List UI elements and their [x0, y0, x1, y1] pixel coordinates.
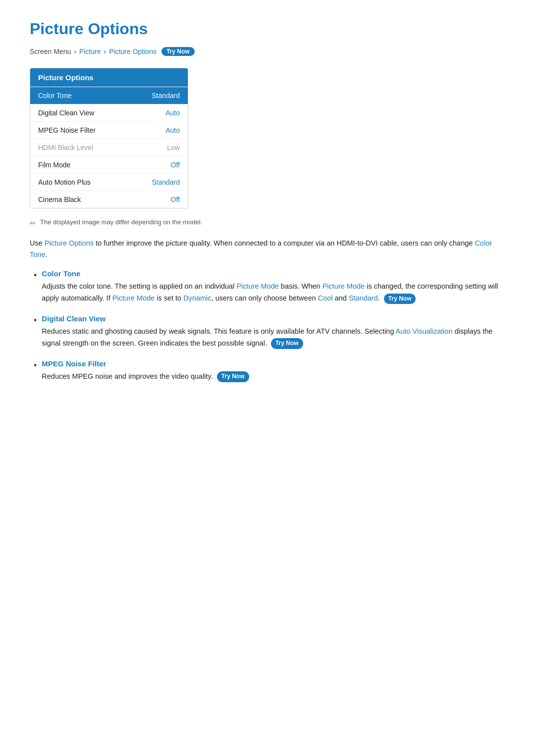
body-link[interactable]: Picture Mode [322, 282, 365, 290]
sections-list: •Color ToneAdjusts the color tone. The s… [34, 269, 505, 383]
intro-text-before-link1: Use [30, 239, 45, 247]
menu-row-value: Standard [152, 92, 180, 100]
menu-row-label: Color Tone [38, 92, 71, 100]
try-now-badge[interactable]: Try Now [217, 371, 249, 382]
note-text: The displayed image may differ depending… [40, 218, 202, 226]
breadcrumb-sep-2: › [104, 48, 107, 55]
section-body: Reduces static and ghosting caused by we… [42, 326, 505, 350]
menu-row-value: Off [171, 161, 180, 169]
menu-row-value: Off [171, 196, 180, 203]
menu-row-value: Standard [152, 178, 180, 186]
try-now-badge[interactable]: Try Now [271, 338, 303, 349]
breadcrumb-picture-options[interactable]: Picture Options [109, 48, 157, 55]
pencil-icon: ✏ [30, 219, 36, 228]
menu-row-label: Cinema Black [38, 196, 81, 203]
body-link[interactable]: Cool [318, 294, 333, 302]
list-item: •Digital Clean ViewReduces static and gh… [34, 314, 505, 350]
section-title: MPEG Noise Filter [42, 359, 249, 368]
menu-row[interactable]: HDMI Black LevelLow [30, 139, 188, 156]
section-title: Digital Clean View [42, 314, 505, 323]
menu-row[interactable]: Film ModeOff [30, 156, 188, 173]
breadcrumb-screen-menu: Screen Menu [30, 48, 71, 55]
body-text: Reduces static and ghosting caused by we… [42, 327, 395, 335]
body-text: , users can only choose between [212, 294, 318, 302]
menu-row[interactable]: MPEG Noise FilterAuto [30, 121, 188, 139]
menu-row-label: HDMI Black Level [38, 144, 93, 151]
try-now-badge[interactable]: Try Now [384, 294, 416, 304]
section-content: MPEG Noise FilterReduces MPEG noise and … [42, 359, 249, 383]
picture-options-menu: Picture Options Color ToneStandardDigita… [30, 68, 188, 208]
list-item: •Color ToneAdjusts the color tone. The s… [34, 269, 505, 304]
section-content: Color ToneAdjusts the color tone. The se… [42, 269, 505, 304]
body-text: basis. When [279, 282, 322, 290]
menu-row-label: Film Mode [38, 161, 70, 169]
menu-row-value: Auto [165, 126, 180, 134]
body-link[interactable]: Picture Mode [112, 294, 155, 302]
intro-link-picture-options[interactable]: Picture Options [45, 239, 94, 247]
section-content: Digital Clean ViewReduces static and gho… [42, 314, 505, 350]
intro-text-after-link1: to further improve the picture quality. … [94, 239, 475, 247]
body-text: is set to [155, 294, 183, 302]
menu-row[interactable]: Auto Motion PlusStandard [30, 173, 188, 191]
breadcrumb: Screen Menu › Picture › Picture Options … [30, 47, 505, 56]
intro-paragraph: Use Picture Options to further improve t… [30, 238, 505, 260]
note-row: ✏ The displayed image may differ dependi… [30, 218, 505, 228]
menu-row-value: Low [167, 144, 180, 151]
menu-row-label: Auto Motion Plus [38, 178, 91, 186]
body-text: Adjusts the color tone. The setting is a… [42, 282, 236, 290]
breadcrumb-sep-1: › [74, 48, 76, 55]
body-text: . [378, 294, 382, 302]
bullet-icon: • [34, 314, 37, 327]
body-link[interactable]: Picture Mode [236, 282, 278, 290]
menu-row[interactable]: Color ToneStandard [30, 87, 188, 104]
menu-row-label: Digital Clean View [38, 109, 94, 117]
list-item: •MPEG Noise FilterReduces MPEG noise and… [34, 359, 505, 383]
body-link[interactable]: Dynamic [183, 294, 211, 302]
menu-row[interactable]: Digital Clean ViewAuto [30, 104, 188, 121]
body-text: Reduces MPEG noise and improves the vide… [42, 372, 215, 380]
breadcrumb-picture[interactable]: Picture [79, 48, 101, 55]
body-link[interactable]: Auto Visualization [396, 327, 453, 335]
bullet-icon: • [34, 359, 37, 372]
page-title: Picture Options [30, 20, 505, 38]
body-text: and [333, 294, 349, 302]
menu-row-value: Auto [165, 109, 180, 117]
section-body: Reduces MPEG noise and improves the vide… [42, 371, 249, 383]
section-title: Color Tone [42, 269, 505, 278]
bullet-icon: • [34, 269, 37, 282]
menu-header: Picture Options [30, 68, 188, 87]
body-link[interactable]: Standard [349, 294, 378, 302]
section-body: Adjusts the color tone. The setting is a… [42, 281, 505, 304]
intro-text-end: . [45, 251, 47, 258]
menu-row[interactable]: Cinema BlackOff [30, 191, 188, 208]
breadcrumb-try-now-badge[interactable]: Try Now [161, 47, 195, 56]
menu-row-label: MPEG Noise Filter [38, 126, 96, 134]
